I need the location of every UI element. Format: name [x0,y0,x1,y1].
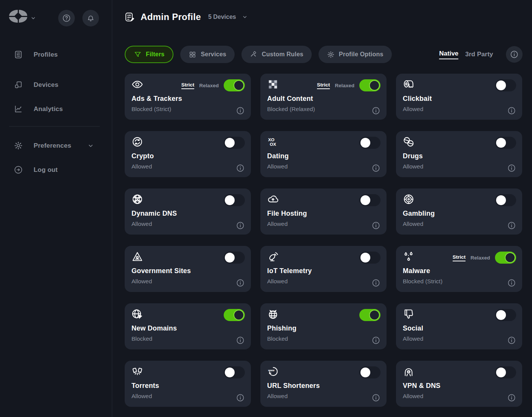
tab-services[interactable]: Services [180,46,234,63]
native-option[interactable]: Native [439,50,458,59]
wireframe-globe-icon [131,193,143,205]
filters-info-button[interactable] [506,46,523,63]
tab-filters[interactable]: Filters [125,46,173,63]
card-title: New Domains [131,324,177,332]
info-icon[interactable] [507,393,516,402]
card-status: Blocked (Strict) [403,278,442,285]
info-icon[interactable] [371,393,380,402]
info-icon[interactable] [236,336,245,345]
filter-card-social: Social Allowed [396,303,522,349]
sidebar-item-preferences[interactable]: Preferences [14,141,71,150]
relaxed-option[interactable]: Relaxed [335,83,354,88]
url-shorteners-toggle[interactable] [359,366,380,378]
info-icon[interactable] [371,106,380,115]
card-title: Malware [403,267,430,275]
torrents-toggle[interactable] [224,366,245,378]
phishing-toggle[interactable] [359,309,380,321]
drugs-toggle[interactable] [495,137,516,149]
dating-toggle[interactable] [359,137,380,149]
line-chart-icon [14,104,23,114]
toggle-knob [496,368,506,377]
dynamic-dns-toggle[interactable] [224,194,245,206]
adult-content-toggle[interactable] [359,79,380,91]
gear-icon [14,141,23,150]
card-status: Allowed [267,163,288,170]
file-hosting-toggle[interactable] [359,194,380,206]
preferences-chevron-down-icon[interactable] [87,142,94,149]
notifications-button[interactable] [82,10,99,26]
info-icon[interactable] [236,221,245,230]
info-icon[interactable] [371,221,380,230]
device-count-dropdown[interactable]: 5 Devices [208,14,236,20]
info-icon[interactable] [507,278,516,287]
horned-globe-icon [267,308,279,320]
tab-label: Profile Options [339,51,384,58]
control-d-logo[interactable] [9,10,27,23]
filter-card-clickbait: Clickbait Allowed [396,74,522,120]
card-status: Allowed [131,163,152,170]
strict-option[interactable]: Strict [317,82,330,89]
sidebar-item-logout[interactable]: Log out [14,165,58,175]
card-title: Phishing [267,324,297,332]
crypto-toggle[interactable] [224,137,245,149]
org-chevron-down-icon[interactable] [30,15,36,21]
new-domains-toggle[interactable] [224,309,245,321]
info-icon[interactable] [236,106,245,115]
funnel-icon [134,51,142,59]
gear-icon [327,51,335,59]
toggle-knob [369,310,380,320]
info-icon[interactable] [371,336,380,345]
card-title: Dynamic DNS [131,210,177,218]
sidebar-item-analytics[interactable]: Analytics [14,104,63,114]
toggle-knob [369,80,380,91]
sliders-icon [14,50,23,59]
tab-custom-rules[interactable]: Custom Rules [241,46,312,63]
relaxed-option[interactable]: Relaxed [199,83,219,88]
strict-option[interactable]: Strict [453,254,466,261]
toggle-knob [505,252,515,263]
cloud-upload-icon [267,193,279,205]
card-status: Allowed [403,106,423,113]
strict-option[interactable]: Strict [181,82,195,89]
card-title: Social [403,324,423,332]
info-icon[interactable] [236,278,245,287]
gambling-toggle[interactable] [495,194,516,206]
info-icon[interactable] [507,106,516,115]
clickbait-toggle[interactable] [495,79,516,91]
devices-chevron-down-icon[interactable] [242,14,248,20]
sidebar-item-devices[interactable]: Devices [14,80,59,90]
grid-icon [189,51,196,59]
pills-icon [403,136,414,148]
card-title: Government Sites [131,267,191,275]
tab-label: Services [201,51,226,58]
malware-toggle[interactable] [495,252,516,264]
help-button[interactable] [58,10,75,26]
filter-card-gambling: Gambling Allowed [396,188,522,235]
ads-trackers-toggle[interactable] [224,79,245,91]
sidebar-item-label: Preferences [34,142,71,150]
info-icon[interactable] [371,164,380,173]
filter-card-torrents: Torrents Allowed [125,361,251,407]
info-icon[interactable] [371,278,380,287]
info-icon[interactable] [236,164,245,173]
card-title: Crypto [131,152,154,160]
shrink-arrow-icon: www [267,366,279,377]
social-toggle[interactable] [495,309,516,321]
page-header: Admin Profile 5 Devices [124,12,248,22]
radiation-drops-icon [403,251,414,263]
government-sites-toggle[interactable] [224,252,245,264]
info-icon[interactable] [507,221,516,230]
relaxed-option[interactable]: Relaxed [470,255,490,261]
vpn-dns-toggle[interactable] [495,366,516,378]
info-icon[interactable] [507,164,516,173]
info-icon[interactable] [236,393,245,402]
sidebar-item-profiles[interactable]: Profiles [14,50,58,59]
toggle-knob [360,138,370,148]
sidebar-item-label: Devices [34,81,59,89]
third-party-option[interactable]: 3rd Party [465,51,493,58]
tab-profile-options[interactable]: Profile Options [319,46,392,63]
info-icon[interactable] [507,336,516,345]
profile-edit-icon [124,12,135,22]
filter-card-malware: Strict Relaxed Malware Blocked (Strict) [396,246,522,292]
iot-telemetry-toggle[interactable] [359,252,380,264]
